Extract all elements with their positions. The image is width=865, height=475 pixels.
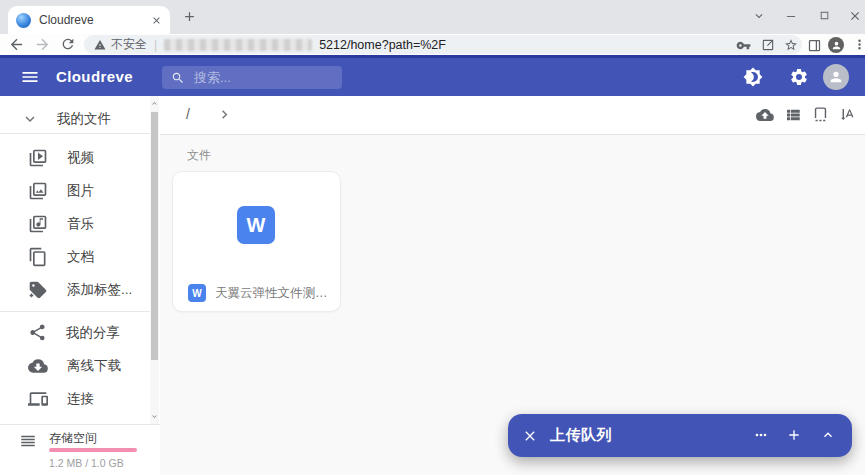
sidebar-divider [0,133,150,134]
upload-queue-title: 上传队列 [550,426,612,445]
sidebar-item-label: 图片 [67,182,94,200]
breadcrumb-chevron-icon [216,106,233,123]
upload-queue-add-icon[interactable] [786,427,802,443]
word-file-badge-icon: W [188,284,206,302]
file-name: 天翼云弹性文件测试文... [215,285,330,302]
redacted-url-segment [164,39,312,51]
settings-gear-icon[interactable] [789,67,809,87]
security-label: 不安全 [111,36,147,53]
url-text: 5212/home?path=%2F [319,38,446,52]
sidebar-item-offline-download[interactable]: 离线下载 [0,349,150,382]
browser-toolbar: 不安全 | 5212/home?path=%2F [0,34,865,55]
sidebar-section-title: 我的文件 [57,110,111,128]
sidebar-divider [0,311,150,312]
sidebar-item-my-shares[interactable]: 我的分享 [0,316,150,349]
sidebar-item-label: 添加标签... [67,281,132,299]
devices-icon [28,389,48,409]
sidebar-item-label: 我的分享 [66,324,120,342]
sidebar-item-label: 连接 [67,390,94,408]
add-tag-icon [28,280,48,300]
bookmark-star-icon[interactable] [784,38,798,52]
reload-button[interactable] [60,36,76,52]
search-icon [171,71,185,85]
forward-button[interactable] [34,36,51,53]
content-toolbar: / [160,96,865,134]
sidebar-item-label: 音乐 [67,215,94,233]
window-minimize-button[interactable] [784,9,798,23]
new-tab-button[interactable] [182,9,197,24]
browser-menu-icon[interactable] [852,37,865,52]
upload-icon[interactable] [756,106,774,124]
files-section-label: 文件 [187,147,211,164]
sidebar: 我的文件 视频 图片 音乐 文档 [0,96,160,475]
sidebar-item-label: 离线下载 [67,357,121,375]
search-box[interactable] [162,66,342,89]
cloud-download-icon [28,356,48,376]
sort-icon[interactable] [839,106,856,123]
storage-label: 存储空间 [49,430,97,447]
cloudreve-favicon-icon [16,13,31,28]
search-input[interactable] [192,69,326,86]
photo-library-icon [28,181,48,201]
tab-title: Cloudreve [39,13,147,27]
music-library-icon [28,214,48,234]
sidebar-item-videos[interactable]: 视频 [0,141,150,174]
scrollbar-down-arrow-icon[interactable] [150,412,159,421]
not-secure-warning-icon [94,39,106,51]
storage-usage-text: 1.2 MB / 1.0 GB [49,457,124,469]
upload-queue-close-icon[interactable] [522,428,538,444]
chevron-down-icon [21,110,39,128]
sidebar-item-add-tag[interactable]: 添加标签... [0,273,150,306]
window-chevron-icon[interactable] [752,9,766,23]
list-view-icon[interactable] [784,106,802,124]
browser-profile-avatar[interactable] [828,37,844,53]
address-bar[interactable]: 不安全 | 5212/home?path=%2F [84,35,802,54]
breadcrumb-root[interactable]: / [186,106,190,122]
scrollbar-thumb[interactable] [151,112,158,360]
file-card[interactable]: W W 天翼云弹性文件测试文... [172,171,341,312]
sidebar-item-documents[interactable]: 文档 [0,240,150,273]
window-close-button[interactable] [848,9,862,23]
menu-button[interactable] [20,67,40,87]
storage-icon [19,432,37,450]
user-avatar[interactable] [823,64,849,90]
video-library-icon [28,148,48,168]
sidebar-section-my-files[interactable]: 我的文件 [0,102,150,135]
scrollbar-up-arrow-icon[interactable] [150,99,159,108]
side-panel-icon[interactable] [807,38,822,53]
screen: Cloudreve [0,0,865,475]
upload-queue-collapse-icon[interactable] [820,427,836,443]
browser-tab-strip: Cloudreve [0,0,865,34]
file-copy-icon [28,247,48,267]
sidebar-item-images[interactable]: 图片 [0,174,150,207]
word-file-icon: W [237,206,275,244]
dark-mode-toggle-icon[interactable] [743,67,763,87]
file-name-row: W 天翼云弹性文件测试文... [173,275,340,311]
sidebar-item-music[interactable]: 音乐 [0,207,150,240]
browser-tab[interactable]: Cloudreve [8,6,170,34]
sidebar-item-connect[interactable]: 连接 [0,382,150,415]
storage-progress-bar [49,448,137,452]
upload-queue-bar[interactable]: 上传队列 [508,414,852,457]
password-key-icon[interactable] [736,38,751,53]
app-title: Cloudreve [56,68,133,85]
tab-close-icon[interactable] [151,15,162,26]
sidebar-divider [0,424,160,425]
share-page-icon[interactable] [761,38,775,52]
sidebar-item-label: 视频 [67,149,94,167]
upload-queue-more-icon[interactable] [753,427,769,443]
share-icon [28,323,47,342]
pagination-icon[interactable] [812,106,829,123]
window-maximize-button[interactable] [818,9,831,22]
back-button[interactable] [8,36,25,53]
omnibox-separator: | [154,38,157,52]
sidebar-scrollbar[interactable] [150,96,159,425]
sidebar-item-label: 文档 [67,248,94,266]
